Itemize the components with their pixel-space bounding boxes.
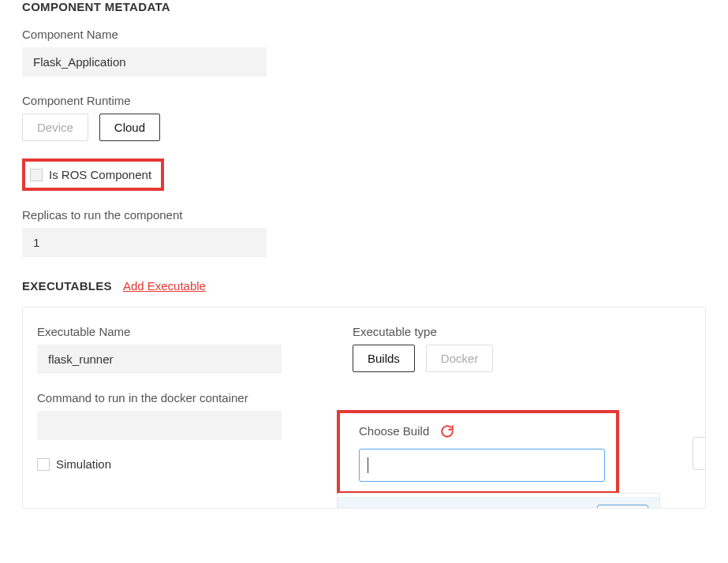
component-runtime-label: Component Runtime <box>22 94 706 107</box>
executable-name-label: Executable Name <box>37 325 321 338</box>
simulation-label: Simulation <box>56 457 111 471</box>
ros-checkbox[interactable] <box>30 169 43 181</box>
ros-highlight-box: Is ROS Component <box>22 158 164 191</box>
executables-heading: EXECUTABLES <box>22 279 112 293</box>
runtime-cloud-button[interactable]: Cloud <box>99 114 160 141</box>
build-option-web-app-build[interactable]: web-app-build Non-Ros <box>338 497 659 509</box>
executable-name-input[interactable] <box>37 345 282 374</box>
replicas-input[interactable] <box>22 228 267 257</box>
executable-type-field: Executable type Builds Docker <box>353 325 691 372</box>
build-option-tag: Non-Ros <box>597 505 648 509</box>
replicas-label: Replicas to run the component <box>22 208 706 222</box>
chevron-up-icon <box>705 448 706 459</box>
add-executable-link[interactable]: Add Executable <box>123 279 206 293</box>
choose-build-select[interactable] <box>359 449 605 482</box>
exec-type-docker-button[interactable]: Docker <box>426 345 494 372</box>
simulation-field: Simulation <box>37 457 321 471</box>
replicas-field: Replicas to run the component <box>22 208 706 257</box>
executable-type-label: Executable type <box>353 325 691 338</box>
choose-build-highlight-box: Choose Build <box>337 410 619 494</box>
component-metadata-heading: COMPONENT METADATA <box>22 0 706 13</box>
executable-name-field: Executable Name <box>37 325 321 374</box>
executable-panel: Executable Name Command to run in the do… <box>22 307 706 509</box>
text-cursor-icon <box>368 457 368 473</box>
build-dropdown-panel: web-app-build Non-Ros <box>337 493 660 509</box>
runtime-device-button[interactable]: Device <box>22 114 88 141</box>
ros-label: Is ROS Component <box>49 168 151 181</box>
build-select-toggle[interactable] <box>693 437 706 470</box>
ros-component-field: Is ROS Component <box>22 158 706 191</box>
choose-build-label: Choose Build <box>359 424 429 438</box>
docker-command-field: Command to run in the docker container <box>37 391 321 440</box>
build-option-label: web-app-build <box>349 506 423 509</box>
docker-command-label: Command to run in the docker container <box>37 391 321 405</box>
exec-type-builds-button[interactable]: Builds <box>353 345 415 372</box>
component-name-input[interactable] <box>22 47 267 76</box>
refresh-icon[interactable] <box>440 424 454 441</box>
simulation-checkbox[interactable] <box>37 458 50 471</box>
docker-command-input[interactable] <box>37 411 282 440</box>
component-name-label: Component Name <box>22 28 706 41</box>
component-name-field: Component Name <box>22 28 706 76</box>
component-runtime-field: Component Runtime Device Cloud <box>22 94 706 141</box>
